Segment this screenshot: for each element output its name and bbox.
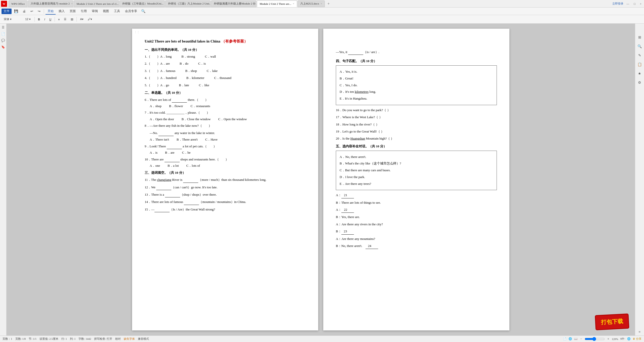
q10-options: A．one B．a lot C．lots of (150, 163, 306, 168)
status-vip[interactable]: ♛ 分享 (633, 337, 641, 341)
tab-doc6-active[interactable]: Module 2 Unit 2 There are... × (257, 1, 297, 7)
color-button[interactable]: A▾ (78, 16, 85, 23)
zoom-out-button[interactable]: － (580, 337, 583, 341)
sidebar-right-7[interactable]: ≡ (636, 328, 643, 335)
tab-close-6[interactable]: × (293, 2, 294, 5)
sidebar-bookmark-icon[interactable]: 🔖 (1, 44, 6, 50)
choice5-D: D．I love the park. (340, 174, 493, 180)
q19: 19．Let's go to the Great Wall!（ ） (336, 129, 497, 134)
sidebar-right-1[interactable]: ⊞ (636, 34, 643, 41)
status-cursor: 节: 1/1 (29, 337, 36, 341)
choice5-A: A．No, there aren't. (340, 154, 493, 160)
q8-text: 8．—Are there any fish in the lake now?（ … (145, 123, 306, 129)
sidebar-right-3[interactable]: ✎ (636, 52, 643, 59)
tab-wps[interactable]: WPS Office (9, 1, 27, 7)
tab-doc4[interactable]: 外研社（三级）六上Module 2 Unit... × (165, 1, 211, 7)
q8-options: A．There isn't B．There aren't C．Have (150, 137, 306, 142)
main-layout: ☰ 📄 💬 🔖 ⋮⋮ Unit2 There are lots of beaut… (0, 24, 644, 335)
dialog-a-mountains: A：Are there any mountains? (336, 236, 497, 242)
sidebar-nav-icon[interactable]: ☰ (1, 25, 6, 30)
status-page: 页数：1 (3, 337, 12, 341)
q20: 20．Is the Huangshan Mountain high?（ ） (336, 136, 497, 141)
bold-button[interactable]: B (36, 16, 42, 23)
win-close[interactable]: × (638, 2, 643, 6)
quick-save[interactable]: 💾 (12, 9, 20, 14)
q6-text: 6．There are lots of there.（ ） (145, 97, 306, 103)
dialog-a21: A： 21 (336, 192, 497, 198)
q9-options: A．is B．are C．be (150, 150, 306, 155)
dialog-b24: B：No, there aren't. 24 (336, 243, 497, 249)
menu-tools[interactable]: 工具 (112, 8, 122, 15)
quick-print[interactable]: 🖨 (21, 9, 28, 14)
menu-ref[interactable]: 引用 (78, 8, 89, 15)
status-compat: 兼容模式 (138, 337, 149, 341)
page-right: —Yes, it （is / are）. 四、句子匹配。（共 10 分） A．Y… (323, 29, 509, 330)
choice-E: E．It's in Hangzhou. (340, 96, 493, 102)
menu-review[interactable]: 审阅 (90, 8, 100, 15)
status-proofread: 校对 (115, 337, 121, 341)
q9-text: 9．Look! There a lot of pet cats.（ ） (145, 143, 306, 149)
menu-insert[interactable]: 插入 (56, 8, 67, 15)
q13: 13．There is a （shop / shops）over there. (145, 191, 306, 197)
menu-view[interactable]: 视图 (101, 8, 111, 15)
title-bar: W WPS Office 六年级上册英语周练习-module 2 × Modul… (0, 0, 644, 8)
quick-redo[interactable]: ↪ (36, 9, 43, 14)
toolbar-sep-3 (76, 17, 77, 22)
choice-C: C．Yes, I do. (340, 82, 493, 89)
q8-sub: —No. any water in the lake in winter. (150, 130, 306, 136)
win-maximize[interactable]: □ (632, 2, 637, 6)
q15-answer: —Yes, it （is / are）. (336, 49, 497, 55)
menu-page[interactable]: 页面 (67, 8, 78, 15)
align-center-button[interactable]: ☰ (62, 16, 68, 23)
sidebar-comment-icon[interactable]: 💬 (1, 38, 6, 43)
q7-text: 7．It's too cold. ___________，please.（ ） (145, 110, 306, 115)
choice-B: B．Great! (340, 75, 493, 82)
toolbar-sep-1 (34, 17, 35, 22)
toolbar-sep-2 (55, 17, 55, 22)
sidebar-right-5[interactable]: ★ (636, 70, 643, 77)
choice-box-4: A．Yes, it is. B．Great! C．Yes, I do. D．It… (336, 65, 497, 105)
section-3-title: 三、选词填空。（共 10 分） (145, 170, 306, 175)
highlight-button[interactable]: 🖊▾ (86, 16, 94, 23)
sidebar-outline-icon[interactable]: 📄 (1, 31, 6, 37)
view-mode-read[interactable]: 📖 (574, 337, 578, 340)
q1: 1.（ ）A．long B．strong C．wall (145, 54, 306, 59)
win-minimize[interactable]: — (625, 2, 631, 6)
view-mode-print[interactable]: 📄 (563, 337, 567, 340)
sidebar-right-2[interactable]: 🔍 (636, 43, 643, 50)
tab-doc1[interactable]: 六年级上册英语周练习-module 2 × (28, 1, 73, 7)
font-family-dropdown[interactable]: 宋体 ▾ (2, 16, 22, 23)
tab-close-7[interactable]: × (320, 2, 322, 5)
q16: 16．Do you want to go to the park?（ ） (336, 107, 497, 113)
tab-doc3[interactable]: 外研版（三年级点）Moudle2Uni... × (119, 1, 165, 7)
italic-button[interactable]: I (43, 16, 47, 23)
menu-start[interactable]: 开始 (45, 8, 56, 15)
tab-close-1[interactable]: × (71, 2, 73, 5)
section-4-title: 四、句子匹配。（共 10 分） (336, 59, 497, 63)
status-right: 📄 🌐 📖 － ＋ 120% S中· 🌐 ♛ 分享 (563, 337, 641, 341)
zoom-slider[interactable] (585, 337, 605, 341)
zoom-in-button[interactable]: ＋ (607, 337, 610, 341)
user-login[interactable]: 立即登录 (612, 2, 623, 6)
dialog-b23: B： 23 (336, 228, 497, 234)
font-size-dropdown[interactable]: 12 ▾ (23, 16, 33, 23)
search-button[interactable]: 🔍 (140, 8, 146, 15)
status-pages: 页数: 1/8 (15, 337, 26, 341)
underline-button[interactable]: U (48, 16, 53, 23)
sidebar-right-4[interactable]: 📋 (636, 61, 643, 68)
tab-doc5[interactable]: 外研版满通六年级上册Module 2 分... × (211, 1, 256, 7)
q17: 17．Where is the West Lake?（ ） (336, 114, 497, 120)
view-mode-web[interactable]: 🌐 (569, 337, 572, 340)
tab-add-button[interactable]: + (325, 1, 332, 7)
file-menu-button[interactable]: 文件 (2, 9, 12, 14)
status-input: 🌐 (627, 337, 631, 340)
tab-doc2[interactable]: Module 2 Unit 2 There are lots of cl... … (74, 1, 119, 7)
menu-member[interactable]: 会员专享 (123, 8, 139, 15)
align-right-button[interactable]: ▤ (69, 16, 75, 23)
download-badge[interactable]: 打包下载 (595, 314, 629, 330)
menu-bar: 文件 💾 🖨 ↩ ↪ 开始 插入 页面 引用 审阅 视图 工具 会员专享 🔍 (0, 8, 644, 15)
quick-undo[interactable]: ↩ (28, 9, 35, 14)
sidebar-right-6[interactable]: ⚙ (636, 79, 643, 86)
tab-doc7[interactable]: 六上M2U2.docx × (298, 1, 325, 7)
align-left-button[interactable]: ≡ (56, 16, 61, 23)
